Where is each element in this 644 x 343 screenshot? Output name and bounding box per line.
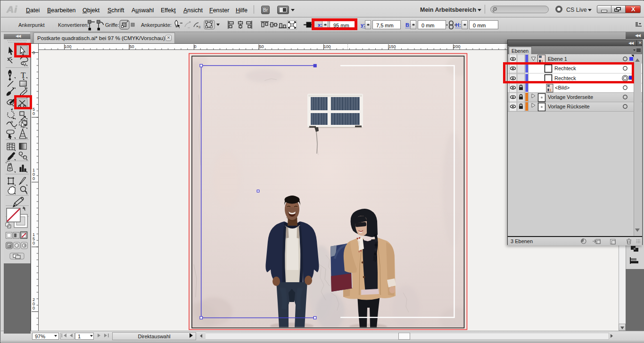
- svg-text:0: 0: [33, 176, 35, 181]
- svg-text:T: T: [21, 71, 26, 80]
- svg-text:50: 50: [130, 44, 134, 49]
- svg-text:100: 100: [324, 44, 331, 49]
- svg-text:50: 50: [259, 44, 264, 49]
- svg-text:0: 0: [33, 111, 35, 116]
- svg-text:150: 150: [389, 44, 396, 49]
- svg-text:0: 0: [33, 306, 35, 310]
- svg-text:0: 0: [33, 241, 35, 245]
- svg-text:0: 0: [194, 44, 197, 49]
- svg-text:8: 8: [198, 25, 201, 29]
- svg-text:100: 100: [65, 44, 72, 49]
- svg-text:200: 200: [454, 44, 461, 49]
- svg-text:0: 0: [33, 50, 35, 55]
